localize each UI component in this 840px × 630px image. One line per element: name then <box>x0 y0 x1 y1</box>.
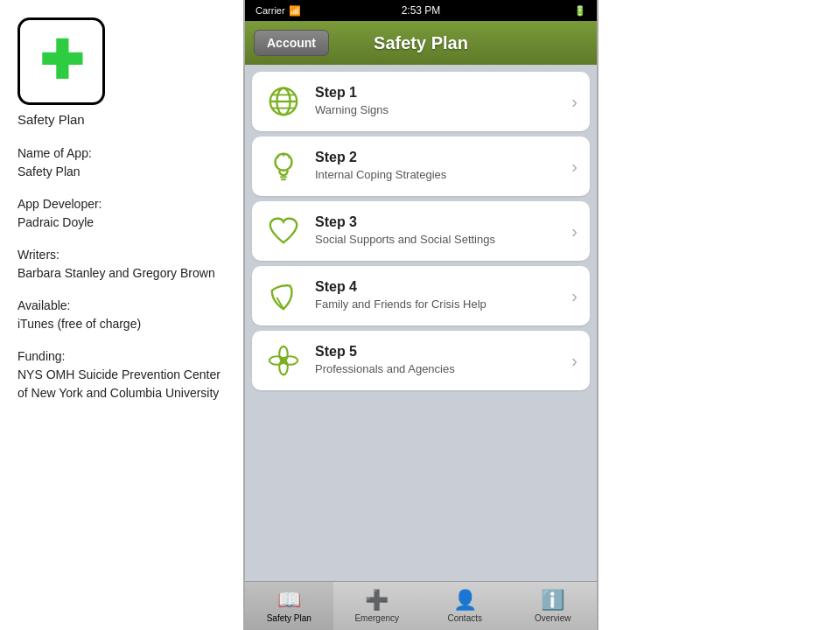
info-panel: ✚ Safety Plan Name of App: Safety Plan A… <box>0 0 243 630</box>
flower-icon <box>267 344 300 377</box>
developer-block: App Developer: Padraic Doyle <box>18 195 226 232</box>
step-1-subtitle: Warning Signs <box>315 102 564 118</box>
step-2-title: Step 2 <box>315 150 564 165</box>
svg-line-10 <box>289 157 290 158</box>
app-icon: ✚ <box>18 18 105 105</box>
info-icon: ℹ️ <box>541 589 564 612</box>
phone-frame: Carrier 📶 2:53 PM 🔋 Account Safety Plan <box>243 0 598 630</box>
step-1-text: Step 1 Warning Signs <box>315 85 564 118</box>
tab-bar: 📖 Safety Plan ➕ Emergency 👤 Contacts ℹ️ … <box>245 581 597 630</box>
step-2-icon-wrap <box>264 147 303 186</box>
developer-label: App Developer: <box>18 195 226 214</box>
tab-overview[interactable]: ℹ️ Overview <box>509 582 598 630</box>
step-4-title: Step 4 <box>315 279 564 295</box>
heart-icon <box>267 214 300 248</box>
tab-emergency-label: Emergency <box>354 613 399 623</box>
step-3-chevron: › <box>571 221 578 242</box>
plus-icon: ➕ <box>365 589 388 612</box>
step-3-subtitle: Social Supports and Social Settings <box>315 232 564 248</box>
cross-icon: ✚ <box>39 35 83 88</box>
step-2-card[interactable]: Step 2 Internal Coping Strategies › <box>252 136 590 196</box>
globe-icon <box>267 85 300 118</box>
tab-emergency[interactable]: ➕ Emergency <box>333 582 422 630</box>
name-of-app-label: Name of App: <box>18 144 226 163</box>
step-4-subtitle: Family and Friends for Crisis Help <box>315 297 564 312</box>
book-icon: 📖 <box>277 589 301 612</box>
carrier-text: Carrier <box>256 5 285 16</box>
developer-value: Padraic Doyle <box>18 214 226 232</box>
step-5-icon-wrap <box>264 341 303 380</box>
available-value: iTunes (free of charge) <box>18 315 226 333</box>
step-5-card[interactable]: Step 5 Professionals and Agencies › <box>252 331 590 390</box>
step-3-title: Step 3 <box>315 214 564 230</box>
app-icon-label: Safety Plan <box>18 112 226 127</box>
step-4-chevron: › <box>571 286 578 306</box>
step-2-text: Step 2 Internal Coping Strategies <box>315 150 564 183</box>
writers-block: Writers: Barbara Stanley and Gregory Bro… <box>18 246 226 283</box>
step-3-icon-wrap <box>264 212 303 250</box>
available-block: Available: iTunes (free of charge) <box>18 297 226 333</box>
step-1-title: Step 1 <box>315 85 564 101</box>
leaf-icon <box>267 279 300 312</box>
svg-line-9 <box>276 157 278 158</box>
available-label: Available: <box>18 297 226 315</box>
time-display: 2:53 PM <box>402 4 441 17</box>
step-5-chevron: › <box>571 351 578 371</box>
tab-contacts-label: Contacts <box>448 613 482 623</box>
wifi-icon: 📶 <box>289 5 301 17</box>
main-content: Step 1 Warning Signs › Step 2 I <box>245 65 597 581</box>
funding-block: Funding: NYS OMH Suicide Prevention Cent… <box>18 347 226 402</box>
battery-icon: 🔋 <box>574 5 586 17</box>
name-of-app-value: Safety Plan <box>18 163 226 181</box>
step-1-icon-wrap <box>264 82 303 121</box>
step-1-chevron: › <box>571 92 578 112</box>
writers-value: Barbara Stanley and Gregory Brown <box>18 264 226 283</box>
step-3-card[interactable]: Step 3 Social Supports and Social Settin… <box>252 201 590 261</box>
step-5-title: Step 5 <box>315 344 564 360</box>
step-2-chevron: › <box>571 157 578 177</box>
writers-label: Writers: <box>18 246 226 264</box>
tab-contacts[interactable]: 👤 Contacts <box>421 582 509 630</box>
step-4-card[interactable]: Step 4 Family and Friends for Crisis Hel… <box>252 266 590 326</box>
nav-title: Safety Plan <box>374 33 468 53</box>
nav-bar: Account Safety Plan <box>245 21 597 65</box>
step-1-card[interactable]: Step 1 Warning Signs › <box>252 72 590 131</box>
status-bar: Carrier 📶 2:53 PM 🔋 <box>245 0 597 21</box>
tab-safety-plan-label: Safety Plan <box>267 613 312 623</box>
name-of-app-block: Name of App: Safety Plan <box>18 144 226 181</box>
step-5-text: Step 5 Professionals and Agencies <box>315 344 564 377</box>
step-4-icon-wrap <box>264 276 303 315</box>
step-2-subtitle: Internal Coping Strategies <box>315 167 564 183</box>
funding-value: NYS OMH Suicide Prevention Center of New… <box>18 366 226 402</box>
person-icon: 👤 <box>453 589 477 612</box>
lightbulb-icon <box>267 150 300 183</box>
step-4-text: Step 4 Family and Friends for Crisis Hel… <box>315 279 564 312</box>
step-3-text: Step 3 Social Supports and Social Settin… <box>315 214 564 248</box>
account-button[interactable]: Account <box>254 30 329 56</box>
step-5-subtitle: Professionals and Agencies <box>315 361 564 377</box>
tab-safety-plan[interactable]: 📖 Safety Plan <box>245 582 333 630</box>
svg-point-16 <box>280 357 287 364</box>
funding-label: Funding: <box>18 347 226 366</box>
tab-overview-label: Overview <box>535 613 571 623</box>
